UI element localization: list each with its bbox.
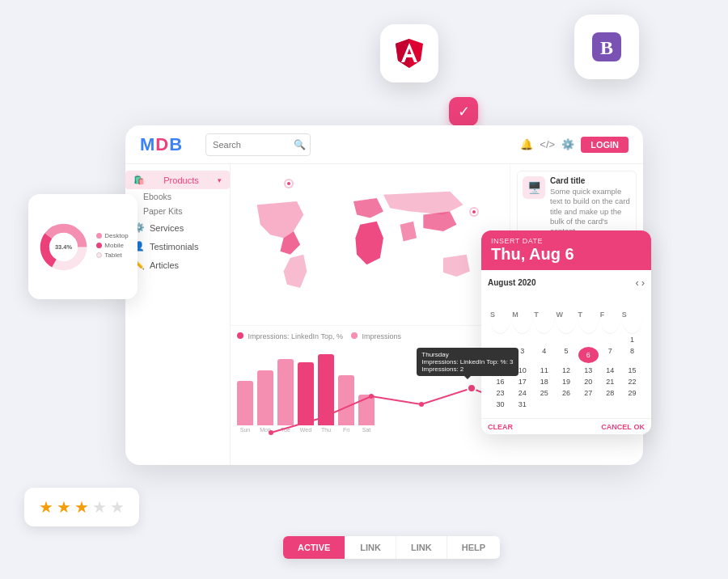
bootstrap-icon: B [574,15,639,79]
tab-link-2[interactable]: LINK [396,536,447,559]
bar-monday: Mon [257,370,273,433]
datepicker-card: INSERT DATE Thu, Aug 6 August 2020 ‹ › S… [481,230,651,434]
check-icon: ✓ [449,97,478,126]
bar-rect-friday [338,375,354,425]
bar-sunday: Sun [237,381,253,433]
star-5[interactable]: ★ [110,497,125,517]
cal-header-S2: S [621,295,643,334]
header-right: 🔔 </> ⚙️ LOGIN [520,137,629,153]
tooltip-line1: Impressions: LinkedIn Top: %: 3 [421,358,513,366]
code-icon[interactable]: </> [540,138,555,150]
chevron-down-icon: ▾ [218,176,222,184]
donut-dot-tablet [96,252,102,258]
search-icon: 🔍 [294,139,306,150]
star-2[interactable]: ★ [57,497,71,517]
bar-rect-thursday [318,354,334,425]
logo: MDB [140,134,183,155]
sidebar-label-testimonials: Testimonials [150,242,199,251]
cancel-button[interactable]: CANCEL [601,423,632,431]
map-dot [286,180,292,187]
tab-active[interactable]: ACTIVE [283,536,345,559]
date-display: Thu, Aug 6 [491,245,641,264]
datepicker-month-row: August 2020 ‹ › [488,277,645,289]
cal-header-F: F [599,295,621,334]
legend-dot-2 [351,332,358,339]
cal-header-M: M [511,295,533,334]
search-box[interactable]: 🔍 [205,133,311,156]
sidebar-item-testimonials[interactable]: 👤 Testimonials [125,237,230,256]
notification-icon[interactable]: 🔔 [520,138,533,150]
datepicker-body: August 2020 ‹ › S M T W T F S [481,270,651,418]
bar-rect-monday [257,370,273,425]
sidebar-label-articles: Articles [150,260,179,270]
prev-month-button[interactable]: ‹ [636,277,639,289]
map-area [231,164,510,325]
bar-rect-tuesday [277,359,294,425]
cal-week-1: 1 [489,334,643,345]
bar-rect-wednesday [298,362,314,425]
bar-wednesday: Wed [298,362,314,433]
angular-icon [380,24,438,82]
sidebar-item-services[interactable]: ⚙️ Services [125,218,230,237]
datepicker-footer-right: CANCEL OK [601,422,645,431]
card-icon-1: 🖥️ [523,176,545,199]
sidebar-item-articles[interactable]: ✏️ Articles [125,256,230,274]
sidebar-label-products: Products [163,175,198,185]
tooltip-day: Thursday [421,351,513,358]
card-desc-1: Some quick example text to build on the … [550,187,630,235]
check-mark: ✓ [458,103,470,120]
chart-tooltip: Thursday Impressions: LinkedIn Top: %: 3… [417,348,518,376]
donut-card: 33.4% Desktop Mobile Tablet [28,194,138,299]
donut-dot-desktop [96,233,102,239]
star-4[interactable]: ★ [92,497,107,517]
tab-help[interactable]: HELP [447,536,500,559]
next-month-button[interactable]: › [641,277,645,289]
donut-dot-mobile [96,243,102,248]
map-dot [471,209,477,215]
search-input[interactable] [213,140,294,150]
clear-button[interactable]: CLEAR [488,422,513,431]
insert-date-label: INSERT DATE [491,237,641,245]
sidebar-item-products[interactable]: 🛍️ Products ▾ [125,171,230,189]
sidebar-item-ebooks[interactable]: Ebooks [143,189,230,204]
bar-tuesday: Tue [277,359,294,433]
datepicker-footer: CLEAR CANCEL OK [481,418,651,434]
sidebar-icon-products: 🛍️ [133,175,145,185]
settings-icon[interactable]: ⚙️ [561,138,574,150]
legend-item-2: Impressions [351,332,401,340]
donut-legend-desktop: Desktop [96,232,128,239]
month-year-label: August 2020 [488,278,535,287]
sidebar-item-paper-kits[interactable]: Paper Kits [143,204,230,218]
cal-week-6: 30 31 [489,399,643,410]
login-button[interactable]: LOGIN [581,137,629,153]
donut-legend-tablet: Tablet [96,251,128,259]
donut-legend: Desktop Mobile Tablet [96,232,128,261]
bar-rect-sunday [237,381,253,425]
card-title-1: Card title [550,176,631,185]
cal-header-S: S [489,295,511,334]
sidebar-sub-products: Ebooks Paper Kits [125,189,230,218]
calendar-header-row: S M T W T F S [489,295,643,334]
ok-button[interactable]: OK [634,423,645,431]
world-map [237,171,503,319]
card-text-1: Card title Some quick example text to bu… [550,176,631,237]
cal-header-T2: T [578,295,599,334]
stars-card: ★ ★ ★ ★ ★ [24,488,139,526]
bar-saturday: Sat [358,395,375,433]
dashboard-header: MDB 🔍 🔔 </> ⚙️ LOGIN [125,125,643,164]
donut-legend-mobile: Mobile [96,242,128,249]
bar-rect-saturday [358,395,375,425]
legend-dot-1 [237,332,243,339]
star-3[interactable]: ★ [74,497,89,517]
cal-week-4: 16 17 18 19 20 21 22 [489,376,643,387]
tab-link-1[interactable]: LINK [345,536,396,559]
sidebar: 🛍️ Products ▾ Ebooks Paper Kits ⚙️ Servi… [125,164,231,465]
sidebar-label-services: Services [150,223,184,233]
donut-chart: 33.4% [37,221,90,273]
cal-header-T: T [533,295,555,334]
cal-week-5: 23 24 25 26 27 28 29 [489,387,643,399]
today-cell[interactable]: 6 [578,347,599,363]
star-1[interactable]: ★ [39,497,53,517]
svg-text:33.4%: 33.4% [55,243,72,251]
bar-thursday: Thu [318,354,334,433]
